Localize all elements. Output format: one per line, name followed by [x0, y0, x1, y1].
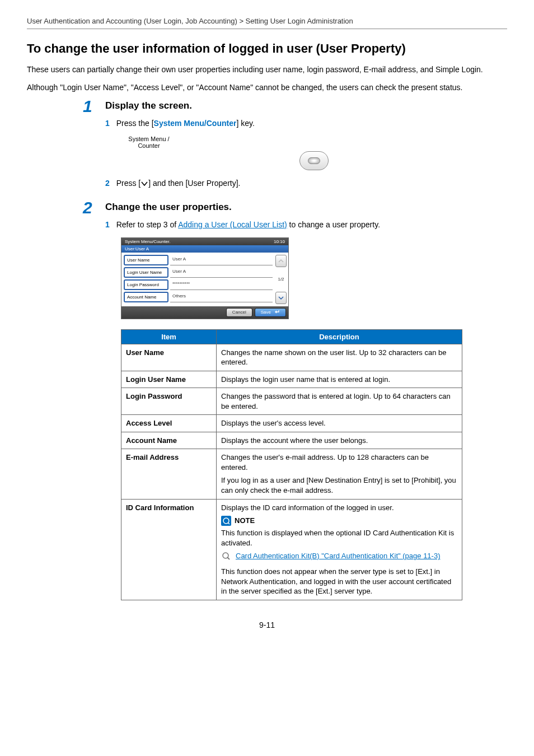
scroll-down-button[interactable] — [275, 292, 287, 304]
table-row: Access Level Displays the user's access … — [121, 415, 462, 432]
desc-cell: Changes the password that is entered at … — [217, 388, 462, 415]
sub-number: 1 — [105, 119, 110, 128]
sub-text-post: ] and then [User Property]. — [148, 179, 240, 188]
page-number: 9-11 — [27, 620, 507, 629]
desc-cell: Displays the account where the user belo… — [217, 432, 462, 449]
table-row: E-mail Address Changes the user's e-mail… — [121, 449, 462, 499]
step-1-sub-1: 1 Press the [System Menu/Counter] key. — [105, 118, 507, 129]
table-row: User Name Changes the name shown on the … — [121, 344, 462, 371]
table-row: Login Password Changes the password that… — [121, 388, 462, 415]
link-icon — [221, 551, 231, 561]
hw-label-line1: System Menu / — [121, 136, 177, 142]
sub-text-pre: Refer to step 3 of — [116, 220, 179, 229]
desc-cell: Displays the user's access level. — [217, 415, 462, 432]
step-2: 2 Change the user properties. 1 Refer to… — [105, 202, 507, 600]
device-screenshot: System Menu/Counter. 10:10 User:User A U… — [121, 237, 289, 319]
device-page-indicator: 1/2 — [278, 277, 284, 282]
desc-line: Changes the user's e-mail address. Up to… — [221, 452, 457, 472]
col-item-header: Item — [121, 329, 217, 344]
col-desc-header: Description — [217, 329, 462, 344]
desc-tail: This function does not appear when the s… — [221, 567, 457, 596]
svg-line-1 — [228, 522, 229, 524]
card-auth-kit-link[interactable]: Card Authentication Kit(B) "Card Authent… — [236, 551, 441, 561]
breadcrumb: User Authentication and Accounting (User… — [27, 17, 507, 29]
step-2-title: Change the user properties. — [105, 202, 507, 213]
note-body: This function is displayed when the opti… — [221, 528, 457, 548]
enter-icon — [274, 310, 280, 315]
note-icon — [221, 516, 231, 526]
hardware-key-figure: System Menu / Counter — [121, 136, 507, 170]
item-cell: Login User Name — [121, 371, 217, 388]
item-cell: E-mail Address — [121, 449, 217, 499]
hardware-button-icon — [299, 151, 329, 170]
item-cell: ID Card Information — [121, 499, 217, 600]
svg-line-3 — [227, 557, 229, 559]
device-row-value: ********** — [170, 279, 273, 290]
desc-cell: Changes the user's e-mail address. Up to… — [217, 449, 462, 499]
table-row: Account Name Displays the account where … — [121, 432, 462, 449]
device-row-value: User A — [170, 267, 273, 278]
device-cancel-button[interactable]: Cancel — [226, 308, 252, 317]
sub-text-pre: Press [ — [116, 179, 141, 188]
sub-text-post: to change a user property. — [287, 220, 380, 229]
adding-user-link[interactable]: Adding a User (Local User List) — [178, 220, 287, 229]
page-title: To change the user information of logged… — [27, 41, 507, 56]
item-cell: Account Name — [121, 432, 217, 449]
device-save-button[interactable]: Save — [255, 308, 286, 317]
step-2-number: 2 — [83, 198, 92, 217]
scroll-up-button[interactable] — [275, 255, 287, 267]
desc-cell: Displays the ID card information of the … — [217, 499, 462, 600]
desc-cell: Displays the login user name that is ent… — [217, 371, 462, 388]
sub-text-pre: Press the [ — [116, 119, 154, 128]
table-row: ID Card Information Displays the ID card… — [121, 499, 462, 600]
desc-cell: Changes the name shown on the user list.… — [217, 344, 462, 371]
step-1-number: 1 — [83, 97, 92, 116]
table-row: Login User Name Displays the login user … — [121, 371, 462, 388]
intro-para-2: Although "Login User Name", "Access Leve… — [27, 82, 507, 93]
device-row-value: User A — [170, 255, 273, 265]
chevron-down-icon — [140, 178, 148, 189]
sub-number: 2 — [105, 179, 110, 188]
device-row-label[interactable]: Login User Name — [124, 267, 168, 278]
properties-table: Item Description User Name Changes the n… — [121, 329, 462, 600]
device-row-label[interactable]: User Name — [124, 255, 168, 265]
step-1-sub-2: 2 Press [] and then [User Property]. — [105, 178, 507, 189]
device-save-label: Save — [261, 310, 271, 315]
device-row: Login Password ********** — [124, 279, 273, 290]
step-2-sub-1: 1 Refer to step 3 of Adding a User (Loca… — [105, 220, 507, 231]
device-row: Login User Name User A — [124, 267, 273, 278]
sub-text-post: ] key. — [236, 119, 254, 128]
device-row: Account Name Others — [124, 292, 273, 302]
step-1-title: Display the screen. — [105, 100, 507, 111]
sub-number: 1 — [105, 220, 110, 229]
intro-para-1: These users can partially change their o… — [27, 64, 507, 75]
step-1: 1 Display the screen. 1 Press the [Syste… — [105, 100, 507, 189]
device-row-label[interactable]: Login Password — [124, 279, 168, 290]
note-label: NOTE — [235, 516, 255, 526]
device-row-value: Others — [170, 292, 273, 302]
desc-line: If you log in as a user and [New Destina… — [221, 475, 457, 495]
device-time: 10:10 — [274, 239, 285, 244]
desc-line: Displays the ID card information of the … — [221, 503, 457, 513]
device-title: System Menu/Counter. — [125, 239, 170, 244]
hw-label-line2: Counter — [121, 142, 177, 149]
item-cell: User Name — [121, 344, 217, 371]
item-cell: Login Password — [121, 388, 217, 415]
system-menu-counter-key: System Menu/Counter — [154, 119, 237, 128]
device-subtitle: User:User A — [121, 245, 288, 253]
device-row-label[interactable]: Account Name — [124, 292, 168, 302]
device-row: User Name User A — [124, 255, 273, 265]
item-cell: Access Level — [121, 415, 217, 432]
